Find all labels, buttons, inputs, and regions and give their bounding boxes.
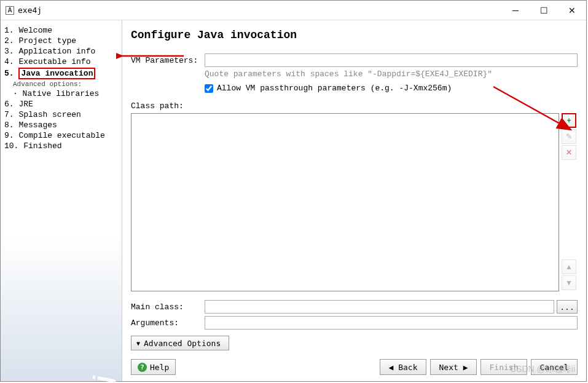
back-button[interactable]: ◀ Back xyxy=(380,359,426,375)
vm-parameters-hint: Quote parameters with spaces like "-Dapp… xyxy=(205,69,578,79)
arrow-up-icon: ▲ xyxy=(565,263,573,271)
titlebar: A exe4j ─ ☐ ✕ xyxy=(1,1,586,20)
step-project-type[interactable]: 2. Project type xyxy=(4,36,122,46)
remove-icon: ✕ xyxy=(566,148,572,157)
classpath-label-row: Class path: xyxy=(131,101,578,111)
body: 1. Welcome 2. Project type 3. Applicatio… xyxy=(1,20,586,381)
vm-parameters-label: VM Parameters: xyxy=(131,56,205,65)
mainclass-label: Main class: xyxy=(131,302,205,312)
mainclass-input[interactable] xyxy=(205,300,554,314)
classpath-tools: + ✎ ✕ ▲ ▼ xyxy=(562,113,578,291)
chevron-down-icon: ▼ xyxy=(136,340,140,347)
advanced-options-button[interactable]: ▼ Advanced Options xyxy=(131,336,229,350)
step-compile-executable[interactable]: 9. Compile executable xyxy=(4,130,122,141)
arguments-input[interactable] xyxy=(205,316,578,330)
help-button[interactable]: ? Help xyxy=(131,359,176,375)
window-title: exe4j xyxy=(18,6,501,15)
step-java-invocation[interactable]: 5. Java invocation xyxy=(4,67,122,80)
mainclass-browse-button[interactable]: ... xyxy=(557,300,578,314)
allow-passthrough-label: Allow VM passthrough parameters (e.g. -J… xyxy=(217,84,452,93)
cancel-button[interactable]: Cancel xyxy=(531,359,578,375)
sidebar: 1. Welcome 2. Project type 3. Applicatio… xyxy=(1,20,122,381)
advanced-options-header: Advanced options: xyxy=(4,80,122,89)
classpath-down-button[interactable]: ▼ xyxy=(562,275,576,290)
app-icon: A xyxy=(6,6,14,15)
mainclass-row: Main class: ... xyxy=(131,300,578,314)
page-title: Configure Java invocation xyxy=(131,29,578,41)
main-panel: Configure Java invocation VM Parameters:… xyxy=(122,20,586,381)
brand-watermark: exe4j xyxy=(89,376,117,383)
substep-native-libraries[interactable]: · Native libraries xyxy=(4,89,122,99)
maximize-button[interactable]: ☐ xyxy=(530,1,558,20)
plus-icon: + xyxy=(566,116,571,125)
help-icon: ? xyxy=(138,363,147,372)
edit-icon: ✎ xyxy=(566,132,572,141)
step-messages[interactable]: 8. Messages xyxy=(4,120,122,130)
nav-buttons: ◀ Back Next ▶ Finish Cancel xyxy=(380,359,578,375)
next-button[interactable]: Next ▶ xyxy=(430,359,477,375)
classpath-area: + ✎ ✕ ▲ ▼ xyxy=(131,113,578,291)
allow-passthrough-checkbox[interactable] xyxy=(205,84,213,93)
step-jre[interactable]: 6. JRE xyxy=(4,99,122,109)
chevron-left-icon: ◀ xyxy=(389,363,394,372)
arrow-down-icon: ▼ xyxy=(565,278,573,287)
classpath-edit-button[interactable]: ✎ xyxy=(562,129,576,144)
step-application-info[interactable]: 3. Application info xyxy=(4,46,122,57)
step-welcome[interactable]: 1. Welcome xyxy=(4,25,122,36)
wizard-window: A exe4j ─ ☐ ✕ 1. Welcome 2. Project type… xyxy=(0,0,587,382)
minimize-button[interactable]: ─ xyxy=(501,1,530,20)
window-controls: ─ ☐ ✕ xyxy=(501,1,586,20)
finish-button[interactable]: Finish xyxy=(480,359,527,375)
step-finished[interactable]: 10. Finished xyxy=(4,141,122,151)
classpath-remove-button[interactable]: ✕ xyxy=(562,145,576,160)
classpath-label: Class path: xyxy=(131,101,205,111)
vm-parameters-row: VM Parameters: xyxy=(131,53,578,67)
arguments-row: Arguments: xyxy=(131,316,578,330)
step-splash-screen[interactable]: 7. Splash screen xyxy=(4,109,122,120)
classpath-add-button[interactable]: + xyxy=(562,113,576,128)
classpath-list[interactable] xyxy=(131,113,559,291)
step-executable-info[interactable]: 4. Executable info xyxy=(4,57,122,67)
chevron-right-icon: ▶ xyxy=(463,363,468,372)
allow-passthrough-row: Allow VM passthrough parameters (e.g. -J… xyxy=(205,84,578,93)
close-button[interactable]: ✕ xyxy=(558,1,586,20)
classpath-up-button[interactable]: ▲ xyxy=(562,259,576,274)
footer: ? Help ◀ Back Next ▶ Finish Cancel xyxy=(131,353,578,375)
arguments-label: Arguments: xyxy=(131,318,205,328)
vm-parameters-input[interactable] xyxy=(205,53,578,67)
